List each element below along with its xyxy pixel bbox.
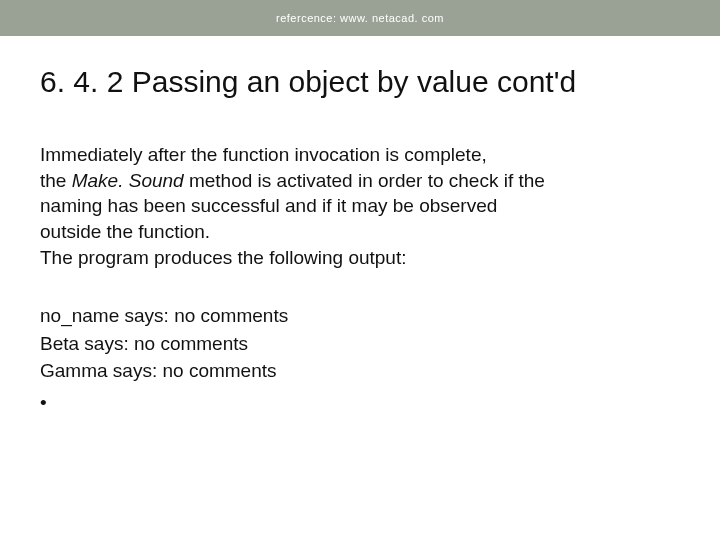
body-line-5: The program produces the following outpu…	[40, 245, 680, 271]
body-line-3: naming has been successful and if it may…	[40, 193, 680, 219]
bullet-point: •	[40, 389, 680, 417]
body-line-1: Immediately after the function invocatio…	[40, 142, 680, 168]
body-paragraph: Immediately after the function invocatio…	[40, 142, 680, 270]
body-line-4: outside the function.	[40, 219, 680, 245]
output-line-2: Beta says: no comments	[40, 330, 680, 358]
body-line-2-part2: method is activated in order to check if…	[184, 170, 545, 191]
slide-title: 6. 4. 2 Passing an object by value cont'…	[40, 64, 680, 100]
header-reference-text: refercence: www. netacad. com	[276, 12, 444, 24]
output-line-3: Gamma says: no comments	[40, 357, 680, 385]
program-output-block: no_name says: no comments Beta says: no …	[40, 302, 680, 416]
body-line-2-part1: the	[40, 170, 72, 191]
body-line-2: the Make. Sound method is activated in o…	[40, 168, 680, 194]
method-name-italic: Make. Sound	[72, 170, 184, 191]
output-line-1: no_name says: no comments	[40, 302, 680, 330]
header-bar: refercence: www. netacad. com	[0, 0, 720, 36]
slide-content: 6. 4. 2 Passing an object by value cont'…	[0, 36, 720, 416]
